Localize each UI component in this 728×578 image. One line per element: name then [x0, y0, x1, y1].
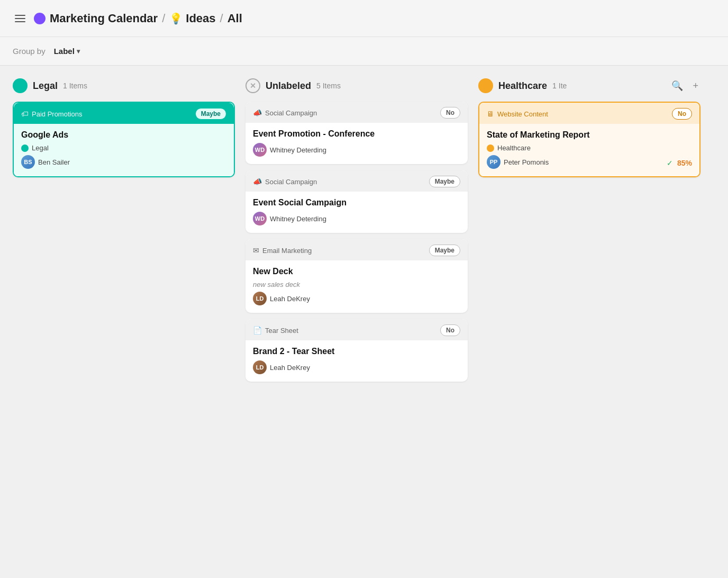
- app-header: Marketing Calendar / 💡 Ideas / All: [0, 0, 728, 37]
- card-type-info: 📣 Social Campaign: [253, 109, 317, 117]
- unlabeled-column-title: Unlabeled: [266, 80, 311, 92]
- menu-button[interactable]: [13, 13, 28, 24]
- breadcrumb: Marketing Calendar / 💡 Ideas / All: [34, 12, 242, 25]
- column-header-healthcare: Healthcare 1 Ite 🔍 +: [478, 78, 700, 93]
- card-type-info: 📣 Social Campaign: [253, 177, 317, 186]
- card-new-deck[interactable]: ✉ Email Marketing Maybe New Deck new sal…: [245, 239, 468, 313]
- card-type-label: Website Content: [497, 110, 548, 118]
- assignee-name: Leah DeKrey: [270, 364, 310, 372]
- add-button[interactable]: +: [690, 79, 700, 93]
- card-title: Event Social Campaign: [253, 198, 460, 207]
- card-title: Google Ads: [21, 130, 226, 140]
- search-button[interactable]: 🔍: [669, 79, 685, 93]
- card-google-ads[interactable]: 🏷 Paid Promotions Maybe Google Ads Legal…: [13, 102, 235, 177]
- card-badge-no-1: No: [440, 107, 460, 119]
- megaphone-icon-1: 📣: [253, 109, 262, 117]
- card-website-content[interactable]: 🖥 Website Content No State of Marketing …: [478, 102, 700, 177]
- ideas-icon: 💡: [169, 12, 183, 25]
- assignee-name: Leah DeKrey: [270, 295, 310, 303]
- assignee-name: Peter Pomonis: [504, 158, 549, 166]
- card-type-label: Email Marketing: [262, 247, 312, 255]
- card-badge-maybe: Maybe: [195, 108, 226, 120]
- email-icon: ✉: [253, 246, 259, 255]
- healthcare-dot: [478, 78, 493, 93]
- card-title: Event Promotion - Conference: [253, 129, 460, 139]
- assignee-name: Ben Sailer: [38, 158, 70, 166]
- legal-dot: [13, 78, 28, 93]
- app-name: Marketing Calendar: [50, 12, 158, 25]
- section-name: Ideas: [186, 12, 215, 25]
- card-assignee: LD Leah DeKrey: [253, 360, 460, 374]
- card-body-new-deck: New Deck new sales deck LD Leah DeKrey: [245, 260, 468, 313]
- group-by-label: Group by: [13, 47, 46, 56]
- label-dot: [21, 144, 29, 152]
- card-body-website-content: State of Marketing Report Healthcare PP …: [479, 124, 699, 176]
- card-tear-sheet[interactable]: 📄 Tear Sheet No Brand 2 - Tear Sheet LD …: [245, 319, 468, 382]
- card-assignee: WD Whitney Deterding: [253, 143, 460, 157]
- column-header-unlabeled: ✕ Unlabeled 5 Items: [245, 78, 468, 93]
- healthcare-label-dot: [487, 144, 494, 152]
- card-type-info: 📄 Tear Sheet: [253, 326, 298, 335]
- card-label-text: Legal: [32, 144, 49, 152]
- avatar-whitney-2: WD: [253, 212, 267, 225]
- healthcare-column-title: Healthcare: [498, 80, 547, 92]
- card-title: State of Marketing Report: [487, 130, 692, 140]
- card-header-paid-promotions: 🏷 Paid Promotions Maybe: [14, 103, 234, 124]
- card-body-event-social: Event Social Campaign WD Whitney Deterdi…: [245, 192, 468, 233]
- avatar-leah-1: LD: [253, 292, 267, 305]
- column-unlabeled: ✕ Unlabeled 5 Items 📣 Social Campaign No…: [245, 78, 468, 388]
- ideas-section[interactable]: 💡 Ideas: [169, 12, 215, 25]
- column-legal: Legal 1 Items 🏷 Paid Promotions Maybe Go…: [13, 78, 235, 184]
- group-by-select[interactable]: Label ▾: [50, 44, 84, 58]
- card-type-label: Social Campaign: [265, 178, 317, 186]
- card-subtitle: new sales deck: [253, 281, 460, 288]
- card-event-promotion[interactable]: 📣 Social Campaign No Event Promotion - C…: [245, 102, 468, 164]
- unlabeled-x-icon: ✕: [250, 82, 256, 90]
- card-type-info: 🖥 Website Content: [487, 110, 548, 118]
- column-header-legal: Legal 1 Items: [13, 78, 235, 93]
- check-icon: ✓: [667, 159, 673, 167]
- kanban-board: Legal 1 Items 🏷 Paid Promotions Maybe Go…: [0, 66, 728, 401]
- monitor-icon: 🖥: [487, 110, 494, 118]
- assignee-name: Whitney Deterding: [270, 146, 326, 154]
- card-assignee: LD Leah DeKrey: [253, 292, 460, 305]
- paid-promotions-icon: 🏷: [21, 110, 29, 118]
- toolbar: Group by Label ▾: [0, 37, 728, 66]
- document-icon: 📄: [253, 326, 262, 335]
- megaphone-icon-2: 📣: [253, 177, 262, 186]
- unlabeled-column-count: 5 Items: [316, 82, 341, 90]
- card-header-tear-sheet: 📄 Tear Sheet No: [245, 319, 468, 340]
- card-badge-maybe-3: Maybe: [429, 245, 460, 256]
- card-title: New Deck: [253, 267, 460, 276]
- column-actions: 🔍 +: [669, 79, 700, 93]
- sep1: /: [162, 12, 165, 25]
- healthcare-column-count: 1 Ite: [552, 82, 567, 90]
- sep2: /: [220, 12, 223, 25]
- view-name: All: [228, 12, 242, 25]
- card-type-info: ✉ Email Marketing: [253, 246, 312, 255]
- card-body-event-promotion: Event Promotion - Conference WD Whitney …: [245, 123, 468, 164]
- card-type-label: Tear Sheet: [265, 327, 298, 335]
- card-body-tear-sheet: Brand 2 - Tear Sheet LD Leah DeKrey: [245, 340, 468, 382]
- card-label-row: Legal: [21, 144, 226, 152]
- card-header-social-campaign-1: 📣 Social Campaign No: [245, 102, 468, 123]
- avatar-peter: PP: [487, 155, 501, 169]
- card-type-label: Social Campaign: [265, 109, 317, 117]
- card-header-website-content: 🖥 Website Content No: [479, 103, 699, 124]
- card-badge-no-hc: No: [672, 108, 692, 120]
- card-assignee-row: PP Peter Pomonis ✓ 85%: [487, 155, 692, 169]
- unlabeled-dot: ✕: [245, 78, 260, 93]
- card-title: Brand 2 - Tear Sheet: [253, 347, 460, 356]
- avatar-ben: BS: [21, 155, 35, 169]
- avatar-leah-2: LD: [253, 360, 267, 374]
- legal-column-title: Legal: [33, 80, 58, 92]
- app-icon: [34, 13, 46, 24]
- card-assignee: BS Ben Sailer: [21, 155, 226, 169]
- group-by-value: Label: [54, 47, 75, 56]
- card-type-info: 🏷 Paid Promotions: [21, 110, 82, 118]
- card-body-google-ads: Google Ads Legal BS Ben Sailer: [14, 124, 234, 176]
- card-event-social[interactable]: 📣 Social Campaign Maybe Event Social Cam…: [245, 170, 468, 233]
- assignee-name: Whitney Deterding: [270, 215, 326, 223]
- legal-column-count: 1 Items: [63, 82, 87, 90]
- progress-row: ✓ 85%: [667, 159, 692, 167]
